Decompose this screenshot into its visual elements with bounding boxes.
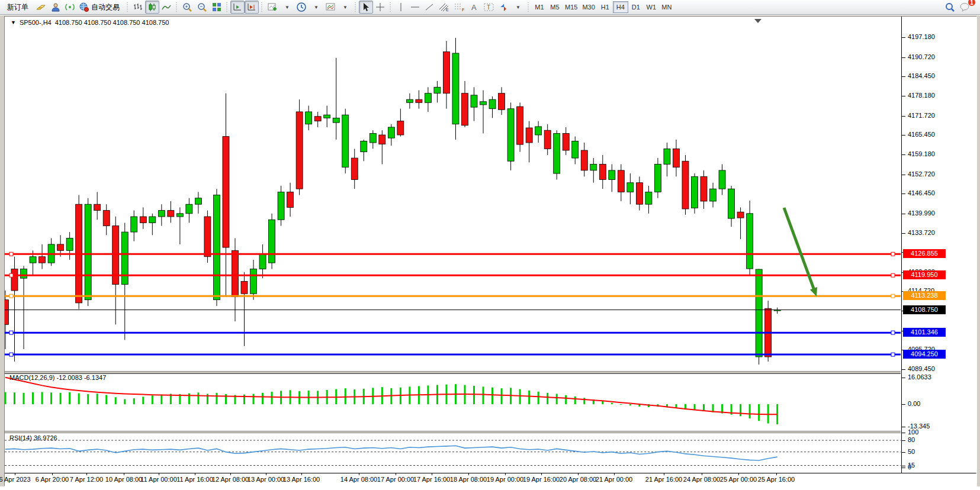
time-axis-tick <box>52 473 53 475</box>
time-axis-label: 12 Apr 08:00 <box>212 476 249 483</box>
pane-splitter-macd[interactable] <box>5 371 901 373</box>
time-axis-tick <box>359 473 359 475</box>
macd-histogram-bar <box>97 394 98 404</box>
candle <box>361 140 367 161</box>
horizontal-line-icon <box>410 4 420 11</box>
timeframe-button-H4[interactable]: H4 <box>613 1 628 13</box>
time-axis-tick <box>195 473 195 475</box>
candlestick-chart-button[interactable] <box>145 1 159 14</box>
one-click-dropdown-icon[interactable]: ▼ <box>11 20 16 25</box>
candle <box>241 272 248 346</box>
timeframe-button-D1[interactable]: D1 <box>628 1 644 13</box>
timeframe-button-M15[interactable]: M15 <box>563 1 580 13</box>
time-axis-tick <box>614 473 615 475</box>
candle-body <box>636 183 642 204</box>
arrow-annotation[interactable] <box>784 208 817 296</box>
line-handle[interactable] <box>891 294 895 298</box>
time-axis-tick <box>230 473 231 475</box>
gold-bars-icon[interactable] <box>33 1 49 14</box>
line-handle[interactable] <box>891 273 895 277</box>
candle-body <box>480 102 487 105</box>
line-handle[interactable] <box>891 252 895 256</box>
candle-body <box>278 192 284 220</box>
timeframe-button-W1[interactable]: W1 <box>644 1 659 13</box>
arrows-dropdown[interactable]: ▼ <box>511 1 525 14</box>
time-axis[interactable]: 6 Apr 20236 Apr 20:007 Apr 12:0010 Apr 0… <box>5 473 977 486</box>
candle-body <box>572 141 579 158</box>
candle <box>535 121 542 143</box>
line-handle[interactable] <box>9 353 13 356</box>
candle-body <box>737 212 744 218</box>
time-axis-tick <box>776 473 777 475</box>
candle-body <box>682 161 689 209</box>
auto-trading-button[interactable]: 自动交易 <box>77 1 124 14</box>
candle <box>719 164 725 195</box>
new-order-button[interactable]: 新订单 <box>2 1 33 14</box>
accounts-button[interactable] <box>49 1 63 14</box>
chevron-down-icon: ▼ <box>313 5 319 10</box>
trendline-button[interactable] <box>422 1 436 14</box>
vertical-line-button[interactable] <box>394 1 408 14</box>
zoom-in-button[interactable] <box>180 1 195 14</box>
line-handle[interactable] <box>9 273 13 277</box>
horizontal-line-button[interactable] <box>408 1 422 14</box>
signal-button[interactable] <box>63 1 77 14</box>
periods-dropdown[interactable]: ▼ <box>309 1 323 14</box>
line-handle[interactable] <box>9 331 13 334</box>
pane-splitter-rsi[interactable] <box>5 431 901 433</box>
chart-title: ▼ SP500-,H4 4108.750 4108.750 4108.750 4… <box>8 18 171 27</box>
chevron-down-icon: ▼ <box>342 5 348 10</box>
bar-chart-button[interactable] <box>131 1 145 14</box>
fibonacci-button[interactable]: F <box>452 1 467 14</box>
zoom-out-button[interactable] <box>195 1 210 14</box>
timeframe-button-MN[interactable]: MN <box>659 1 674 13</box>
macd-histogram-bar <box>629 404 631 405</box>
crosshair-icon <box>375 2 385 12</box>
chart-shift-marker[interactable] <box>754 19 761 23</box>
templates-button[interactable] <box>323 1 338 14</box>
arrows-button[interactable] <box>497 1 511 14</box>
timeframe-button-M5[interactable]: M5 <box>547 1 563 13</box>
candle-body <box>103 211 110 226</box>
candle <box>774 308 780 314</box>
macd-histogram-bar <box>41 392 43 404</box>
chart-shift-button[interactable] <box>245 1 259 14</box>
candle <box>369 130 376 149</box>
timeframe-button-M30[interactable]: M30 <box>580 1 597 13</box>
time-axis-label: 21 Apr 00:00 <box>596 476 632 483</box>
candle-body <box>176 214 183 217</box>
periods-button[interactable] <box>294 1 309 14</box>
macd-histogram-bar <box>547 393 548 404</box>
notifications-button[interactable]: 1 <box>957 1 973 14</box>
zoom-in-icon <box>182 2 192 12</box>
text-label-button[interactable]: T <box>481 1 497 14</box>
cursor-button[interactable] <box>359 1 373 14</box>
line-handle[interactable] <box>9 294 13 298</box>
tile-windows-button[interactable] <box>210 1 224 14</box>
timeframe-button-H1[interactable]: H1 <box>597 1 613 13</box>
indicators-add-icon <box>268 2 278 12</box>
search-button[interactable] <box>943 1 957 14</box>
price-axis[interactable]: 4197.1804190.7204184.4504178.1804171.720… <box>902 17 977 473</box>
crosshair-button[interactable] <box>373 1 387 14</box>
auto-trading-label: 自动交易 <box>89 2 122 12</box>
chart-client-area[interactable]: ▼ SP500-,H4 4108.750 4108.750 4108.750 4… <box>4 16 976 486</box>
price-line-badge: 4126.855 <box>903 249 946 258</box>
candle <box>388 124 394 146</box>
line-handle[interactable] <box>9 252 13 256</box>
macd-histogram-bar <box>60 393 62 404</box>
text-button[interactable]: A <box>467 1 481 14</box>
candle <box>489 96 496 118</box>
macd-histogram-bar <box>142 396 144 404</box>
templates-dropdown[interactable]: ▼ <box>338 1 352 14</box>
candle <box>526 121 532 163</box>
timeframe-button-M1[interactable]: M1 <box>532 1 547 13</box>
equidistant-channel-button[interactable]: E <box>436 1 452 14</box>
indicators-button[interactable] <box>265 1 280 14</box>
candle-body <box>462 94 468 125</box>
line-chart-button[interactable] <box>159 1 173 14</box>
auto-scroll-button[interactable] <box>230 1 245 14</box>
line-handle[interactable] <box>891 353 895 356</box>
line-handle[interactable] <box>891 331 895 334</box>
indicators-dropdown[interactable]: ▼ <box>280 1 294 14</box>
